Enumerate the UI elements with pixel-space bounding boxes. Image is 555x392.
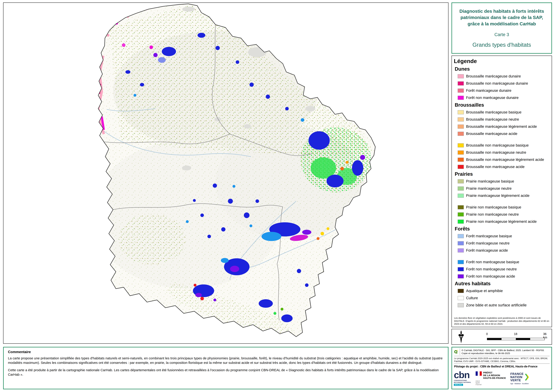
habitat-map-canvas — [3, 3, 448, 343]
legend-item-label: Broussaille marécageuse neutre — [466, 117, 519, 121]
legend-item-label: Broussaille marécageuse dunaire — [466, 74, 521, 78]
legend-item-label: Forêt marécageuse acide — [466, 248, 508, 252]
scale-bar: 0 18 36 km — [487, 332, 544, 342]
legend-item: Prairie marécageuse neutre — [453, 185, 550, 192]
comment-paragraph-2: Cette carte a été produite à partir de l… — [8, 368, 444, 377]
cbn-caption-line1: CONSERVATOIRE — [454, 380, 467, 381]
legend-item-label: Broussaille non marécageuse neutre — [466, 150, 526, 155]
divider — [460, 349, 460, 355]
prefet-logo: PRÉFET DE LA RÉGION HAUTS-DE-FRANCE Libe… — [475, 371, 506, 386]
legend-item-label: Forêt non marécageuse acide — [466, 274, 515, 278]
legend-item: Forêt marécageuse dunaire — [453, 87, 550, 94]
legend-swatch — [458, 74, 464, 78]
legend-item: Forêt marécageuse neutre — [453, 240, 550, 247]
legend-swatch — [458, 241, 464, 245]
fnv-line3: VERTE — [510, 379, 524, 382]
prefet-motto-line1: Liberté — [475, 380, 506, 382]
cbn-acronym: cbn — [454, 371, 471, 379]
legend-item-label: Forêt marécageuse neutre — [466, 241, 510, 245]
prefet-motto-line2: Égalité — [475, 382, 506, 384]
legend-item: Aquatique et amphibie — [453, 287, 550, 294]
legend-swatch — [458, 110, 464, 114]
legend-item-label: Broussaille non marécageuse légèrement a… — [466, 157, 544, 162]
legend-swatch — [458, 289, 464, 293]
scale-box: 0 18 36 km — [452, 329, 552, 345]
comment-paragraph-1: La carte propose une présentation simpli… — [8, 356, 444, 365]
legend-item: Broussaille marécageuse basique — [453, 109, 550, 116]
scale-label-mid: 18 — [514, 332, 517, 336]
legend-item: Broussaille marécageuse légèrement acide — [453, 123, 550, 130]
prefet-motto-line3: Fraternité — [475, 384, 506, 385]
legend-item: Broussaille marécageuse acide — [453, 130, 550, 137]
legend-item-label: Prairie marécageuse basique — [466, 179, 514, 183]
prefet-line1: PRÉFET — [483, 371, 506, 374]
fnv-chevron-icon — [525, 373, 529, 381]
qgis-logo — [454, 349, 458, 355]
legend-item-label: Prairie non marécageuse légèrement acide — [466, 219, 537, 224]
legend-item: Zone bâtie et autre surface artificielle — [453, 302, 550, 309]
cbn-logo: cbn CONSERVATOIRE BOTANIQUE NATIONAL BAI… — [454, 371, 471, 386]
cbn-city-label: BAILLEUL — [454, 384, 463, 386]
legend-item-label: Broussaille non marécageuse basique — [466, 143, 529, 147]
legend-item: Broussaille non marécageuse acide — [453, 163, 550, 170]
map-title: Diagnostic des habitats à forts intérêts… — [456, 8, 548, 27]
legend-item: Forêt marécageuse basique — [453, 233, 550, 240]
legend-swatch — [458, 132, 464, 136]
legend-swatch — [458, 194, 464, 198]
legend-swatch — [458, 303, 464, 307]
cbn-caption-line2: BOTANIQUE NATIONAL — [454, 381, 471, 383]
map-subtitle: Grands types d'habitats — [472, 42, 531, 48]
legend-swatch — [458, 117, 464, 121]
legend-group-dunes: Dunes — [455, 66, 550, 72]
prefet-line3: HAUTS-DE-FRANCE — [483, 377, 506, 379]
legend-group-autres: Autres habitats — [455, 281, 550, 286]
legend-item-label: Culture — [466, 296, 478, 300]
legend-item-label: Broussaille marécageuse acide — [466, 132, 517, 136]
legend-swatch — [458, 81, 464, 86]
legend-item-label: Forêt marécageuse dunaire — [466, 88, 511, 93]
legend-item-label: Broussaille non marécageuse acide — [466, 165, 525, 169]
legend-swatch — [458, 165, 464, 169]
legend-swatch — [458, 158, 464, 162]
scale-bar-segments — [487, 338, 545, 340]
legend-group-broussailles: Broussailles — [455, 102, 550, 108]
france-nation-verte-logo: FRANCE NATION VERTE Agir - Mobiliser - A… — [510, 372, 529, 385]
legend-item: Prairie non marécageuse neutre — [453, 211, 550, 218]
french-flag-icon — [475, 371, 482, 376]
legend-data-note: Les données flore et végétation exploité… — [453, 315, 550, 326]
legend-item: Forêt non marécageuse dunaire — [453, 94, 550, 101]
copyright-text: © CarHab, DIGITALE - SIG, BFP - CBN de B… — [461, 349, 550, 355]
legend-item: Prairie marécageuse légèrement acide — [453, 192, 550, 199]
legend-swatch — [458, 179, 464, 183]
legend-swatch — [458, 205, 464, 209]
legend-swatch — [458, 125, 464, 129]
legend-box: Légende Dunes Broussaille marécageuse du… — [452, 56, 552, 327]
legend-swatch — [458, 143, 464, 147]
legend-swatch — [458, 234, 464, 238]
comment-box: Commentaire La carte propose une présent… — [3, 347, 448, 389]
legend-item-label: Broussaille marécageuse légèrement acide — [466, 124, 537, 129]
legend-item: Culture — [453, 294, 550, 302]
title-box: Diagnostic des habitats à forts intérêts… — [452, 2, 552, 54]
legend-item-label: Prairie non marécageuse neutre — [466, 212, 519, 216]
legend-item: Forêt non marécageuse neutre — [453, 266, 550, 273]
legend-group-forets: Forêts — [455, 226, 550, 232]
legend-item-label: Forêt non marécageuse basique — [466, 260, 519, 264]
map-frame — [3, 2, 448, 344]
legend-item: Broussaille non marécageuse dunaire — [453, 80, 550, 87]
legend-swatch — [458, 220, 464, 224]
legend-swatch — [458, 274, 464, 278]
legend-item-label: Broussaille non marécageuse dunaire — [466, 81, 528, 86]
legend-item: Prairie non marécageuse légèrement acide — [453, 218, 550, 225]
legend-swatch — [458, 296, 464, 300]
legend-heading: Légende — [454, 58, 550, 64]
scale-label-zero: 0 — [486, 332, 488, 336]
legend-item: Broussaille marécageuse neutre — [453, 116, 550, 123]
legend-swatch — [458, 248, 464, 252]
legend-item: Prairie marécageuse basique — [453, 178, 550, 185]
legend-item-label: Aquatique et amphibie — [466, 289, 503, 293]
legend-item: Broussaille non marécageuse neutre — [453, 149, 550, 156]
legend-item-label: Forêt non marécageuse neutre — [466, 267, 517, 271]
north-arrow-icon — [457, 330, 465, 343]
prefet-line2: DE LA RÉGION — [483, 374, 506, 377]
